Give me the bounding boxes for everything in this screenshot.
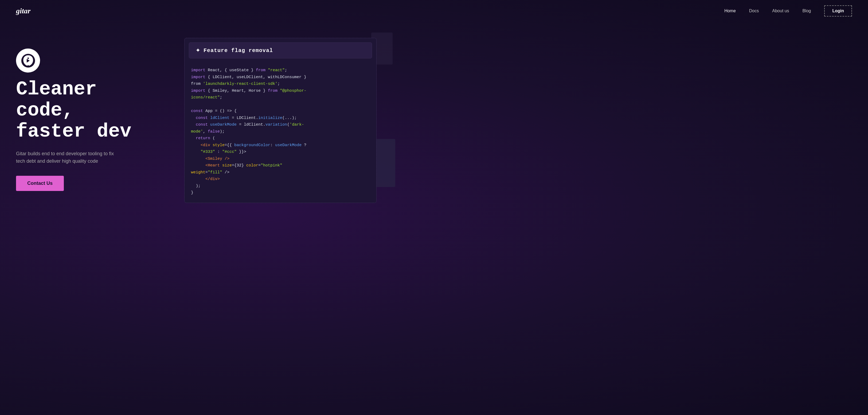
nav-item-docs[interactable]: Docs bbox=[749, 8, 759, 13]
nav-link-about[interactable]: About us bbox=[772, 8, 789, 13]
code-line: <Heart size={32} color="hotpink" bbox=[191, 162, 370, 169]
hero-title: Cleaner code, faster dev bbox=[16, 79, 163, 142]
code-line: const useDarkMode = ldClient.variation('… bbox=[191, 122, 370, 128]
code-line: import React, { useState } from "react"; bbox=[191, 67, 370, 74]
code-line: ); bbox=[191, 183, 370, 189]
code-line: <Smiley /> bbox=[191, 155, 370, 163]
code-line: from 'launchdarkly-react-client-sdk'; bbox=[191, 80, 370, 88]
code-body: import React, { useState } from "react";… bbox=[185, 63, 376, 203]
nav-link-blog[interactable]: Blog bbox=[802, 8, 811, 13]
hero-right: ✦ Feature flag removal import React, { u… bbox=[163, 38, 852, 203]
nav-links: Home Docs About us Blog Login bbox=[724, 5, 852, 16]
panel-title: Feature flag removal bbox=[204, 47, 273, 54]
hero-title-line2: faster dev bbox=[16, 120, 131, 142]
svg-point-1 bbox=[27, 57, 29, 59]
hero-section: Cleaner code, faster dev Gitar builds en… bbox=[0, 22, 868, 415]
code-panel: ✦ Feature flag removal import React, { u… bbox=[184, 38, 377, 203]
nav-item-home[interactable]: Home bbox=[724, 8, 736, 13]
nav-link-docs[interactable]: Docs bbox=[749, 8, 759, 13]
nav-item-blog[interactable]: Blog bbox=[802, 8, 811, 13]
code-line: <div style={{ backgroundColor: useDarkMo… bbox=[191, 142, 370, 149]
hero-logo-badge bbox=[16, 48, 40, 73]
code-line: const ldClient = LDClient.initialize(...… bbox=[191, 115, 370, 122]
code-line: import { LDClient, useLDClient, withLDCo… bbox=[191, 74, 370, 81]
gitar-logo-icon bbox=[21, 53, 35, 68]
navbar: gitar Home Docs About us Blog Login bbox=[0, 0, 868, 22]
code-line: "#333" : "#ccc" }}> bbox=[191, 148, 370, 155]
code-line: weight="fill" /> bbox=[191, 169, 370, 176]
logo-text: gitar bbox=[16, 7, 30, 15]
code-line: mode', false); bbox=[191, 128, 370, 135]
hero-subtitle: Gitar builds end to end developer toolin… bbox=[16, 150, 118, 165]
sparkle-icon: ✦ bbox=[195, 47, 200, 54]
code-panel-header: ✦ Feature flag removal bbox=[189, 42, 372, 59]
code-line: return ( bbox=[191, 135, 370, 142]
hero-left: Cleaner code, faster dev Gitar builds en… bbox=[16, 38, 163, 191]
contact-us-button[interactable]: Contact Us bbox=[16, 176, 64, 191]
nav-item-about[interactable]: About us bbox=[772, 8, 789, 13]
code-line: import { Smiley, Heart, Horse } from "@p… bbox=[191, 88, 370, 95]
code-panel-wrapper: ✦ Feature flag removal import React, { u… bbox=[184, 38, 377, 203]
code-line: icons/react"; bbox=[191, 94, 370, 101]
login-button[interactable]: Login bbox=[824, 5, 852, 16]
code-line: </div> bbox=[191, 176, 370, 183]
code-line: } bbox=[191, 189, 370, 196]
code-line: const App = () => { bbox=[191, 108, 370, 115]
hero-title-line1: Cleaner code, bbox=[16, 78, 97, 122]
nav-item-login[interactable]: Login bbox=[824, 5, 852, 16]
code-line bbox=[191, 101, 370, 108]
nav-link-home[interactable]: Home bbox=[724, 8, 736, 13]
logo[interactable]: gitar bbox=[16, 7, 30, 15]
